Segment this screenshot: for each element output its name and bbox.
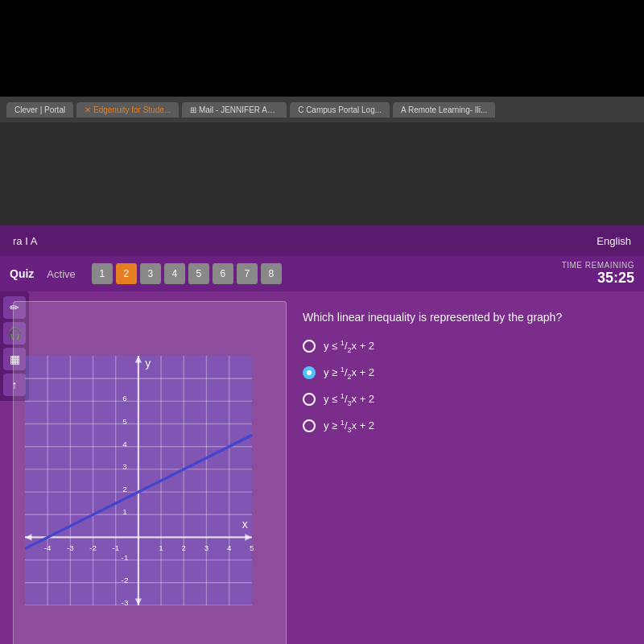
quiz-toolbar: Quiz Active 1 2 3 4 5 6 7 8 TIME REMAINI… — [0, 256, 644, 291]
tab-edgenuity[interactable]: ✕ Edgenuity for Stude... — [76, 102, 179, 118]
svg-text:3: 3 — [122, 462, 127, 471]
app-header: ra I A English — [0, 225, 644, 256]
radio-c[interactable] — [303, 393, 316, 406]
time-label: TIME REMAINING — [562, 261, 634, 270]
option-d-label: y ≥ 1/3x + 2 — [324, 419, 374, 434]
svg-text:-3: -3 — [122, 598, 129, 605]
svg-text:4: 4 — [122, 440, 127, 448]
option-a-label: y ≤ 1/2x + 2 — [324, 339, 374, 354]
svg-text:-1: -1 — [122, 553, 129, 562]
svg-text:-2: -2 — [122, 576, 129, 584]
svg-text:5: 5 — [250, 543, 254, 552]
quiz-num-3[interactable]: 3 — [140, 263, 161, 284]
option-a[interactable]: y ≤ 1/2x + 2 — [303, 339, 631, 354]
course-name: ra I A — [13, 235, 37, 247]
quiz-num-6[interactable]: 6 — [213, 263, 233, 284]
svg-text:2: 2 — [182, 543, 186, 552]
svg-text:3: 3 — [204, 543, 209, 552]
tab-clever[interactable]: Clever | Portal — [6, 102, 73, 118]
svg-text:1: 1 — [159, 543, 163, 552]
option-b-label: y ≥ 1/2x + 2 — [324, 365, 374, 381]
browser-chrome: Clever | Portal ✕ Edgenuity for Stude...… — [0, 97, 644, 225]
quiz-num-5[interactable]: 5 — [188, 263, 209, 284]
quiz-num-8[interactable]: 8 — [261, 263, 282, 284]
svg-text:2: 2 — [122, 485, 126, 493]
question-text: Which linear inequality is represented b… — [303, 309, 631, 326]
options-list: y ≤ 1/2x + 2 y ≥ 1/2x + 2 y ≤ 1/3x + 2 y… — [303, 339, 631, 434]
radio-a[interactable] — [303, 340, 316, 353]
option-c-label: y ≤ 1/3x + 2 — [324, 392, 374, 407]
coordinate-graph: x y -4 -3 -2 -1 1 2 3 4 5 6 5 4 3 2 1 -1 — [25, 356, 275, 605]
quiz-num-1[interactable]: 1 — [92, 263, 113, 284]
question-panel: Which linear inequality is represented b… — [303, 301, 631, 644]
radio-d[interactable] — [303, 419, 316, 432]
svg-text:-4: -4 — [44, 543, 52, 552]
svg-text:5: 5 — [122, 417, 127, 426]
svg-text:-1: -1 — [112, 543, 119, 552]
option-d[interactable]: y ≥ 1/3x + 2 — [303, 419, 631, 434]
quiz-numbers: 1 2 3 4 5 6 7 8 — [92, 263, 282, 284]
quiz-num-7[interactable]: 7 — [237, 263, 258, 284]
tab-campus[interactable]: C Campus Portal Log... — [290, 102, 390, 118]
tab-remote[interactable]: A Remote Learning- Ili... — [393, 102, 495, 118]
quiz-num-4[interactable]: 4 — [164, 263, 185, 284]
svg-text:-2: -2 — [89, 543, 97, 552]
main-content: x y -4 -3 -2 -1 1 2 3 4 5 6 5 4 3 2 1 -1 — [0, 291, 644, 644]
language-label: English — [597, 235, 631, 247]
option-b[interactable]: y ≥ 1/2x + 2 — [303, 365, 631, 381]
svg-text:6: 6 — [122, 394, 127, 402]
tab-mail[interactable]: ⊞ Mail - JENNIFER AR... — [182, 102, 287, 118]
quiz-label: Quiz — [10, 267, 34, 280]
quiz-num-2[interactable]: 2 — [116, 263, 137, 284]
radio-b[interactable] — [303, 366, 316, 379]
svg-text:4: 4 — [227, 543, 232, 552]
quiz-status: Active — [47, 268, 75, 280]
svg-text:y: y — [145, 357, 151, 369]
option-c[interactable]: y ≤ 1/3x + 2 — [303, 392, 631, 407]
app-container: ra I A English Quiz Active 1 2 3 4 5 6 7… — [0, 225, 644, 644]
time-container: TIME REMAINING 35:25 — [562, 261, 634, 287]
svg-text:1: 1 — [122, 507, 126, 516]
time-value: 35:25 — [562, 270, 634, 287]
browser-tabs: Clever | Portal ✕ Edgenuity for Stude...… — [0, 97, 644, 122]
graph-container: x y -4 -3 -2 -1 1 2 3 4 5 6 5 4 3 2 1 -1 — [13, 301, 287, 644]
svg-text:x: x — [242, 518, 248, 530]
svg-text:-3: -3 — [67, 543, 74, 552]
